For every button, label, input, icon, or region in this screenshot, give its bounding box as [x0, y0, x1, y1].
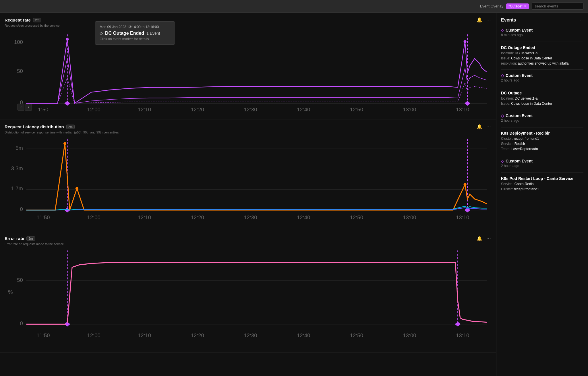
latency-chart-actions: 🔔 ⋯: [476, 123, 492, 130]
dc-outage-ended-issue: Cows loose in Data Center: [511, 56, 552, 60]
svg-text:13:00: 13:00: [403, 214, 416, 220]
event-item: DC Outage location: DC us-west1-a Issue:…: [501, 91, 583, 110]
request-rate-svg: 100 50 0: [5, 30, 492, 116]
svg-text:13:00: 13:00: [403, 332, 416, 338]
tooltip-time: Mon 09 Jan 2023 13:14:00 to 13:16:00: [100, 25, 170, 29]
svg-text:11:50: 11:50: [36, 214, 50, 220]
svg-text:12:40: 12:40: [297, 106, 310, 113]
event-custom-4-name: Custom Event: [506, 159, 533, 163]
dc-outage-issue: Cows loose in Data Center: [511, 102, 552, 106]
chart-header-error-rate: Error rate 2m 🔔 ⋯: [5, 235, 492, 242]
tooltip-count: 1 Event: [146, 31, 160, 36]
event-item: DC Outage Ended location: DC us-west1-a …: [501, 45, 583, 70]
svg-text:12:10: 12:10: [138, 332, 151, 338]
event-custom-4-title: ◇ Custom Event: [501, 159, 583, 163]
svg-text:50: 50: [17, 277, 23, 283]
svg-text:12:40: 12:40: [297, 332, 310, 338]
dc-outage-name: DC Outage: [501, 91, 522, 95]
svg-text:13:10: 13:10: [456, 106, 469, 113]
chart-header-request-rate: Request rate 2m 🔔 ⋯: [5, 17, 492, 23]
tooltip-event-name: ◇ DC Outage Ended 1 Event: [100, 31, 170, 36]
k8s-pod-service: Canto-Redis: [514, 182, 534, 186]
k8s-pod-name: K8s Pod Restart Loop - Canto Service: [501, 176, 573, 181]
k8s-deploy-service: Recibir: [514, 142, 525, 146]
dc-outage-ended-detail: location: DC us-west1-a Issue: Cows loos…: [501, 51, 583, 66]
k8s-deploy-detail: Cluster: recept-frontend1 Service: Recib…: [501, 136, 583, 152]
dc-outage-location: DC us-west1-a: [515, 96, 537, 100]
svg-text:12:50: 12:50: [350, 106, 363, 113]
svg-point-11: [464, 40, 467, 43]
event-tag[interactable]: *Outage* ✕: [506, 3, 529, 9]
error-rate-badge: 2m: [26, 236, 35, 241]
latency-title: Request Latency distribution: [5, 124, 64, 129]
svg-text:12:30: 12:30: [244, 106, 257, 113]
event-custom-2-title: ◇ Custom Event: [501, 73, 583, 78]
latency-svg: 5m 3.3m 1.7m 0: [5, 136, 492, 228]
nav-prev-button[interactable]: ‹: [18, 104, 24, 111]
svg-marker-9: [465, 101, 470, 106]
event-item: ◇ Custom Event 2 hours ago: [501, 73, 583, 87]
dc-outage-title: DC Outage: [501, 91, 583, 95]
svg-text:0: 0: [20, 320, 23, 326]
error-rate-title-group: Error rate 2m: [5, 236, 35, 241]
svg-point-54: [66, 323, 69, 326]
event-item: K8s Pod Restart Loop - Canto Service Ser…: [501, 176, 583, 195]
event-custom-1-title: ◇ Custom Event: [501, 28, 583, 32]
error-rate-panel: Error rate 2m 🔔 ⋯ Error rate on requests…: [0, 231, 496, 352]
sidebar-title: Events: [501, 18, 516, 23]
request-rate-badge: 2m: [33, 18, 41, 22]
svg-text:12:00: 12:00: [87, 332, 100, 338]
svg-text:1.7m: 1.7m: [11, 185, 23, 191]
svg-text:12:10: 12:10: [138, 106, 151, 113]
k8s-deploy-title: K8s Deployment - Recibir: [501, 131, 583, 135]
latency-alert-icon[interactable]: 🔔: [476, 123, 483, 130]
event-item: ◇ Custom Event 2 hours ago: [501, 159, 583, 173]
request-rate-subtitle: Requests/sec processed by the service: [5, 24, 492, 27]
event-custom-3-time: 2 hours ago: [501, 119, 583, 123]
event-custom-3-name: Custom Event: [506, 113, 533, 118]
latency-subtitle: Distribution of service response time wi…: [5, 131, 492, 134]
sidebar-more-icon[interactable]: ⋯: [578, 17, 583, 23]
svg-text:13:10: 13:10: [456, 214, 469, 220]
svg-point-10: [66, 38, 69, 41]
event-tag-text: *Outage*: [508, 4, 523, 8]
latency-more-icon[interactable]: ⋯: [486, 123, 492, 130]
main-layout: Request rate 2m 🔔 ⋯ Requests/sec process…: [0, 13, 588, 376]
svg-text:12:30: 12:30: [244, 332, 257, 338]
svg-text:12:50: 12:50: [350, 214, 363, 220]
chart-actions: 🔔 ⋯: [476, 17, 492, 23]
chart-nav-arrows: ‹ ›: [18, 104, 32, 111]
search-events-input[interactable]: [532, 3, 583, 10]
nav-next-button[interactable]: ›: [25, 104, 32, 111]
latency-panel: Request Latency distribution 2m 🔔 ⋯ Dist…: [0, 119, 496, 231]
event-custom-1-name: Custom Event: [506, 28, 533, 32]
error-rate-alert-icon[interactable]: 🔔: [476, 235, 483, 242]
k8s-deploy-name: K8s Deployment - Recibir: [501, 131, 550, 135]
dc-outage-ended-title: DC Outage Ended: [501, 45, 583, 50]
events-sidebar: Events ⋯ ◇ Custom Event 8 minutes ago DC…: [496, 13, 588, 376]
latency-title-group: Request Latency distribution 2m: [5, 124, 75, 129]
error-rate-more-icon[interactable]: ⋯: [486, 235, 492, 242]
latency-chart: 5m 3.3m 1.7m 0: [5, 136, 492, 228]
event-item: K8s Deployment - Recibir Cluster: recept…: [501, 131, 583, 155]
more-options-icon[interactable]: ⋯: [486, 17, 492, 23]
diamond-icon: ◇: [100, 31, 103, 36]
svg-text:%: %: [8, 289, 13, 295]
error-rate-chart: % 50 0: [5, 248, 492, 349]
k8s-deploy-cluster: recept-frontend1: [514, 137, 539, 141]
error-rate-svg: % 50 0: [5, 248, 492, 349]
alert-bell-icon[interactable]: 🔔: [476, 17, 483, 23]
chart-title-group: Request rate 2m: [5, 18, 41, 22]
request-rate-panel: Request rate 2m 🔔 ⋯ Requests/sec process…: [0, 13, 496, 119]
svg-text:50: 50: [17, 68, 23, 74]
k8s-deploy-team: LaserRaptornado: [511, 147, 538, 151]
close-icon[interactable]: ✕: [524, 4, 527, 8]
svg-point-35: [464, 183, 467, 186]
svg-text:13:10: 13:10: [456, 332, 469, 338]
svg-text:12:50: 12:50: [350, 332, 363, 338]
event-item: ◇ Custom Event 2 hours ago: [501, 113, 583, 127]
tooltip-event-text: DC Outage Ended: [105, 31, 144, 36]
event-custom-2-name: Custom Event: [506, 73, 533, 78]
svg-text:12:00: 12:00: [87, 106, 100, 113]
event-tooltip: Mon 09 Jan 2023 13:14:00 to 13:16:00 ◇ D…: [95, 21, 175, 45]
